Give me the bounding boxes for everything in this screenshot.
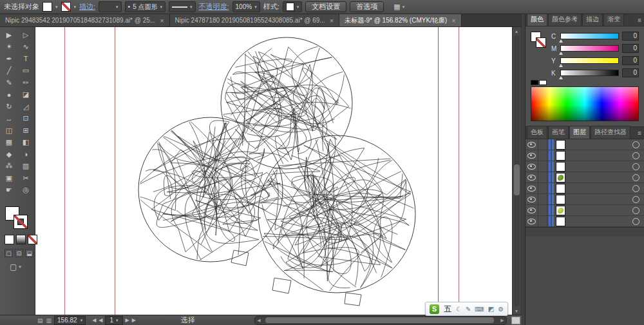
layer-thumbnail[interactable]: [556, 217, 565, 226]
visibility-toggle[interactable]: [526, 183, 538, 193]
brush-definition-combo[interactable]: • 5 点圆形 ▾: [125, 1, 166, 12]
panel-group-tab-1[interactable]: 画笔: [548, 126, 569, 139]
gradient-mode-button[interactable]: [16, 235, 26, 244]
blob-brush-tool-icon[interactable]: ●: [1, 89, 17, 101]
color-group-tab-3[interactable]: 渐变: [603, 13, 624, 26]
fill-color-swatch[interactable]: [43, 2, 52, 12]
channel-value-field[interactable]: 0: [622, 56, 639, 65]
pen-tool-icon[interactable]: ✒: [1, 53, 17, 65]
shape-builder-tool-icon[interactable]: ◫: [1, 124, 17, 137]
channel-slider[interactable]: [560, 70, 619, 76]
slider-thumb-icon[interactable]: [559, 74, 563, 79]
layer-target-icon[interactable]: [632, 207, 639, 214]
artboard-tool-icon[interactable]: ▣: [1, 172, 17, 184]
layer-target-icon[interactable]: [632, 163, 639, 170]
channel-value-field[interactable]: 0: [622, 32, 639, 41]
channel-value-field[interactable]: 0: [622, 68, 639, 77]
zoom-tool-icon[interactable]: ◎: [17, 184, 34, 197]
width-tool-tool-icon[interactable]: ↔: [1, 113, 17, 125]
slider-thumb-icon[interactable]: [559, 37, 563, 43]
scroll-left-icon[interactable]: ◀: [255, 318, 263, 323]
visibility-toggle[interactable]: [526, 150, 538, 161]
layer-target-icon[interactable]: [632, 218, 639, 225]
color-group-tab-1[interactable]: 颜色参考: [548, 13, 582, 26]
layer-row[interactable]: [526, 194, 644, 205]
layer-name-area[interactable]: [565, 205, 632, 215]
paintbrush-tool-icon[interactable]: ✎: [1, 77, 17, 89]
color-group-tab-0[interactable]: 颜色: [527, 13, 547, 26]
ime-icon-2[interactable]: ⌨: [475, 306, 484, 313]
lock-toggle[interactable]: [538, 161, 547, 172]
ime-icon-3[interactable]: ◩: [488, 306, 494, 313]
lock-toggle[interactable]: [538, 183, 547, 193]
arrange-documents-button[interactable]: ▦ ▾: [393, 3, 404, 11]
last-artboard-icon[interactable]: ▶: [132, 317, 136, 323]
channel-value-field[interactable]: 0: [622, 44, 639, 53]
stroke-link[interactable]: 描边:: [79, 2, 95, 12]
opacity-combo[interactable]: 100% ▾: [232, 1, 260, 12]
ime-icon-1[interactable]: ✎: [466, 306, 471, 313]
column-graph-tool-icon[interactable]: ▥: [17, 161, 34, 173]
document-tab[interactable]: 未标题-9* @ 156.82% (CMYK/轮廓)×: [339, 14, 462, 26]
layer-thumbnail[interactable]: [556, 184, 565, 193]
stroke-color-swatch[interactable]: [61, 2, 71, 12]
selection-tool-icon[interactable]: ▶: [1, 29, 17, 41]
draw-mode-0-icon[interactable]: ▢: [5, 249, 13, 257]
ime-icon-0[interactable]: ☾: [456, 306, 462, 313]
document-tab[interactable]: Nipic 24787180 20190508195524308085.ai* …: [170, 14, 340, 26]
canvas[interactable]: [35, 27, 512, 315]
layer-row[interactable]: [526, 216, 644, 227]
tab-close-icon[interactable]: ×: [330, 17, 334, 25]
line-segment-tool-icon[interactable]: ╱: [1, 65, 17, 77]
gradient-tool-icon[interactable]: ◧: [17, 137, 34, 149]
next-artboard-icon[interactable]: ▶: [126, 317, 129, 323]
color-group-tab-2[interactable]: 描边: [582, 13, 603, 26]
layer-thumbnail[interactable]: [556, 140, 565, 150]
lock-toggle[interactable]: [538, 172, 547, 182]
panel-menu-icon[interactable]: ≡: [638, 130, 641, 139]
layer-name-area[interactable]: [565, 161, 632, 172]
layer-target-icon[interactable]: [632, 196, 639, 203]
horizontal-scrollbar[interactable]: ◀ ▶: [254, 316, 507, 325]
scale-tool-icon[interactable]: ◿: [17, 101, 34, 113]
layer-row[interactable]: [526, 183, 644, 194]
visibility-toggle[interactable]: [526, 172, 538, 182]
eraser-tool-icon[interactable]: ◪: [17, 89, 34, 101]
type-tool-icon[interactable]: T: [17, 53, 34, 65]
lock-toggle[interactable]: [538, 150, 547, 161]
status-icon-0[interactable]: ▤: [37, 317, 43, 324]
scroll-up-icon[interactable]: ▲: [513, 27, 520, 35]
layer-row[interactable]: [526, 205, 644, 216]
magic-wand-tool-icon[interactable]: ✶: [1, 41, 17, 54]
screen-mode-button[interactable]: ▢ ▾: [10, 262, 21, 271]
status-icon-1[interactable]: ▥: [46, 317, 52, 324]
document-setup-button[interactable]: 文档设置: [305, 1, 346, 12]
layer-row[interactable]: [526, 139, 644, 150]
black-swatch[interactable]: [531, 80, 538, 85]
preferences-button[interactable]: 首选项: [350, 1, 384, 12]
layer-thumbnail[interactable]: [556, 162, 565, 172]
ime-logo[interactable]: S: [430, 304, 439, 314]
hand-tool-icon[interactable]: ☛: [1, 184, 17, 197]
fill-dropdown-icon[interactable]: ▾: [55, 5, 58, 10]
rotate-tool-icon[interactable]: ↻: [1, 101, 17, 113]
blend-tool-icon[interactable]: ◑: [17, 148, 34, 161]
lasso-tool-icon[interactable]: ∿: [17, 41, 34, 54]
none-mode-button[interactable]: [28, 235, 37, 244]
draw-mode-2-icon[interactable]: ⬓: [25, 249, 33, 257]
panel-group-tab-3[interactable]: 路径查找器: [591, 126, 630, 139]
channel-slider[interactable]: [560, 57, 619, 64]
panel-menu-icon[interactable]: ≡: [638, 17, 641, 26]
layer-target-icon[interactable]: [632, 174, 639, 181]
tab-close-icon[interactable]: ×: [451, 17, 455, 25]
free-transform-tool-icon[interactable]: ⊡: [17, 113, 34, 125]
width-profile-combo[interactable]: ▾: [169, 1, 196, 12]
layer-name-area[interactable]: [565, 172, 632, 182]
perspective-grid-tool-icon[interactable]: ⊞: [17, 124, 34, 137]
layer-row[interactable]: [526, 161, 644, 172]
direct-selection-tool-icon[interactable]: ▷: [17, 29, 34, 41]
eyedropper-tool-icon[interactable]: ◆: [1, 148, 17, 161]
scroll-right-icon[interactable]: ▶: [498, 318, 506, 323]
color-mode-button[interactable]: [5, 235, 14, 244]
layer-name-area[interactable]: [565, 150, 632, 161]
